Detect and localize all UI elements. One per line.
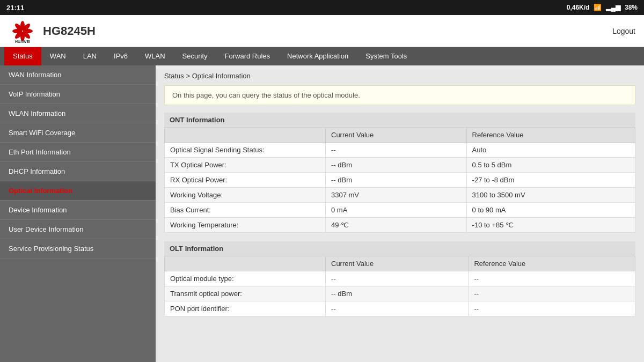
signal-icon: ▂▄▆	[606, 4, 620, 11]
nav-item-status[interactable]: Status	[4, 47, 41, 65]
nav-item-wan[interactable]: WAN	[41, 47, 75, 65]
table-row: Transmit optical power: -- dBm --	[165, 286, 635, 301]
breadcrumb: Status > Optical Information	[164, 72, 635, 80]
row-current: --	[326, 143, 467, 158]
ont-table: Current Value Reference Value Optical Si…	[164, 127, 635, 233]
table-row: Optical module type: -- --	[165, 271, 635, 286]
nav-item-forward[interactable]: Forward Rules	[216, 47, 279, 65]
table-row: Working Temperature: 49 ℃ -10 to +85 ℃	[165, 218, 635, 233]
logo-area: HUAWEI HG8245H	[9, 17, 96, 45]
row-label: Working Voltage:	[165, 188, 326, 203]
status-bar: 21:11 0,46K/d 📶 ▂▄▆ 38%	[0, 0, 644, 15]
time-display: 21:11	[6, 4, 24, 12]
sidebar-item-wlan-info[interactable]: WLAN Information	[0, 104, 156, 123]
sidebar-item-wan-info[interactable]: WAN Information	[0, 65, 156, 85]
row-reference: 3100 to 3500 mV	[466, 188, 635, 203]
ont-section-header: ONT Information	[164, 113, 635, 127]
row-label: TX Optical Power:	[165, 158, 326, 173]
sidebar-item-eth-port[interactable]: Eth Port Information	[0, 143, 156, 162]
ont-col-current: Current Value	[326, 128, 467, 143]
ont-col-label	[165, 128, 326, 143]
row-label: Bias Current:	[165, 203, 326, 218]
nav-item-security[interactable]: Security	[174, 47, 216, 65]
olt-col-current: Current Value	[326, 256, 469, 271]
table-row: RX Optical Power: -- dBm -27 to -8 dBm	[165, 173, 635, 188]
sidebar-item-optical-info[interactable]: Optical Information	[0, 181, 156, 201]
sidebar-item-dhcp-info[interactable]: DHCP Information	[0, 162, 156, 181]
nav-item-netapp[interactable]: Network Application	[279, 47, 357, 65]
sidebar-item-voip-info[interactable]: VoIP Information	[0, 85, 156, 104]
olt-col-label	[165, 256, 326, 271]
row-current: 0 mA	[326, 203, 467, 218]
sidebar-item-device-info[interactable]: Device Information	[0, 201, 156, 220]
huawei-logo: HUAWEI	[9, 17, 36, 45]
row-current: --	[326, 301, 469, 316]
row-reference: 0.5 to 5 dBm	[466, 158, 635, 173]
row-current: -- dBm	[326, 286, 469, 301]
table-row: Bias Current: 0 mA 0 to 90 mA	[165, 203, 635, 218]
table-row: PON port identifier: -- --	[165, 301, 635, 316]
nav-item-ipv6[interactable]: IPv6	[105, 47, 136, 65]
row-label: Optical Signal Sending Status:	[165, 143, 326, 158]
content-area: Status > Optical Information On this pag…	[156, 65, 644, 362]
row-reference: -10 to +85 ℃	[466, 218, 635, 233]
info-box: On this page, you can query the status o…	[164, 85, 635, 105]
nav-item-systools[interactable]: System Tools	[357, 47, 415, 65]
row-reference: Auto	[466, 143, 635, 158]
row-current: 3307 mV	[326, 188, 467, 203]
row-label: Optical module type:	[165, 271, 326, 286]
nav-item-wlan[interactable]: WLAN	[136, 47, 174, 65]
row-label: RX Optical Power:	[165, 173, 326, 188]
row-label: Transmit optical power:	[165, 286, 326, 301]
row-label: Working Temperature:	[165, 218, 326, 233]
row-current: -- dBm	[326, 158, 467, 173]
battery-display: 38%	[625, 4, 638, 11]
row-reference: --	[469, 271, 635, 286]
sidebar-item-smart-wifi[interactable]: Smart WiFi Coverage	[0, 123, 156, 143]
table-row: TX Optical Power: -- dBm 0.5 to 5 dBm	[165, 158, 635, 173]
sidebar-item-user-device[interactable]: User Device Information	[0, 220, 156, 239]
navbar: StatusWANLANIPv6WLANSecurityForward Rule…	[0, 47, 644, 65]
row-current: -- dBm	[326, 173, 467, 188]
nav-item-lan[interactable]: LAN	[75, 47, 105, 65]
sidebar: WAN InformationVoIP InformationWLAN Info…	[0, 65, 156, 362]
olt-table: Current Value Reference Value Optical mo…	[164, 256, 635, 316]
logout-button[interactable]: Logout	[612, 27, 635, 35]
olt-section-header: OLT Information	[164, 241, 635, 256]
svg-text:HUAWEI: HUAWEI	[15, 40, 30, 43]
wifi-icon: 📶	[594, 4, 602, 11]
ont-col-reference: Reference Value	[466, 128, 635, 143]
network-speed: 0,46K/d	[567, 4, 590, 11]
status-icons: 0,46K/d 📶 ▂▄▆ 38%	[567, 4, 638, 11]
header: HUAWEI HG8245H Logout	[0, 15, 644, 47]
row-label: PON port identifier:	[165, 301, 326, 316]
row-reference: 0 to 90 mA	[466, 203, 635, 218]
row-reference: -27 to -8 dBm	[466, 173, 635, 188]
table-row: Optical Signal Sending Status: -- Auto	[165, 143, 635, 158]
table-row: Working Voltage: 3307 mV 3100 to 3500 mV	[165, 188, 635, 203]
row-reference: --	[469, 301, 635, 316]
device-title: HG8245H	[43, 24, 96, 38]
row-current: 49 ℃	[326, 218, 467, 233]
row-current: --	[326, 271, 469, 286]
row-reference: --	[469, 286, 635, 301]
main-layout: WAN InformationVoIP InformationWLAN Info…	[0, 65, 644, 362]
sidebar-item-service-prov[interactable]: Service Provisioning Status	[0, 239, 156, 258]
olt-col-reference: Reference Value	[469, 256, 635, 271]
